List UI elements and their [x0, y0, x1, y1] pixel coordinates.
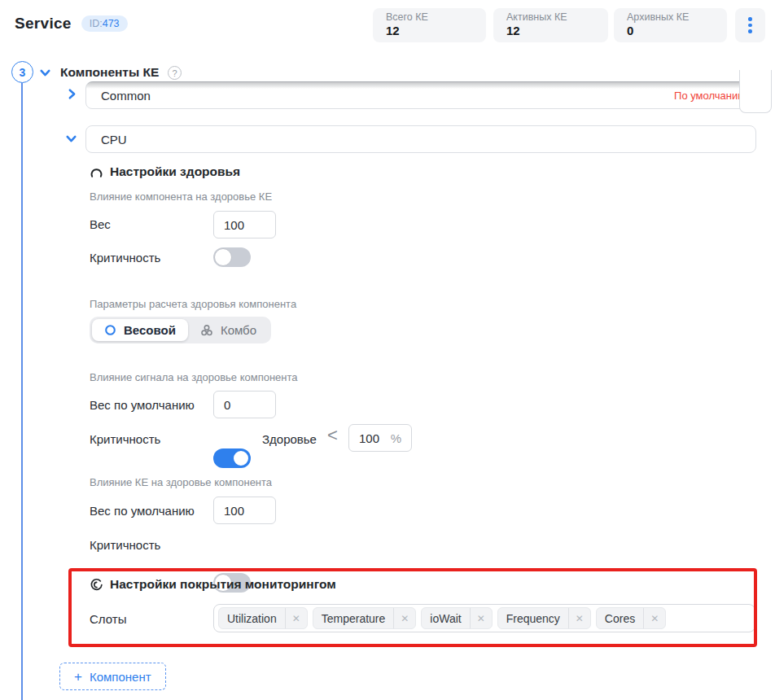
- section-collapse-chevron[interactable]: [38, 66, 52, 80]
- coverage-swirl-icon: [90, 578, 103, 592]
- plus-icon: +: [74, 670, 82, 684]
- stat-value: 0: [627, 24, 714, 39]
- id-badge-value: 473: [103, 18, 120, 29]
- id-badge-label: ID:: [90, 18, 103, 29]
- chevron-down-icon: [38, 66, 52, 80]
- slot-tag: Utilization ✕: [218, 607, 308, 629]
- slots-input-field[interactable]: Utilization ✕ Temperature ✕ ioWait ✕ Fre…: [213, 604, 755, 632]
- less-than-operator: <: [327, 425, 338, 446]
- page-title: Service: [15, 15, 72, 33]
- signal-weight-input[interactable]: [213, 391, 276, 418]
- slot-tag-label: ioWait: [422, 608, 469, 628]
- slot-tag-label: Temperature: [313, 608, 394, 628]
- calc-mode-segmented-control: Весовой Комбо: [90, 317, 271, 343]
- stat-label: Всего КЕ: [386, 11, 473, 24]
- criticality-label: Критичность: [90, 251, 160, 265]
- threshold-value: 100: [359, 431, 379, 445]
- component-cpu-collapse-chevron[interactable]: [64, 132, 78, 146]
- segment-label: Весовой: [124, 323, 176, 337]
- add-component-label: Компонент: [90, 670, 151, 684]
- help-icon[interactable]: ?: [168, 66, 182, 80]
- chevron-down-icon: [64, 132, 78, 146]
- header: Service ID: 473: [15, 15, 128, 33]
- slot-tag: ioWait ✕: [421, 607, 492, 629]
- stat-label: Архивных КЕ: [627, 11, 714, 24]
- chevron-right-icon: [65, 87, 79, 101]
- slot-tag-label: Utilization: [219, 608, 285, 628]
- component-common-expand-chevron[interactable]: [65, 87, 79, 101]
- ke-influence-label: Влияние КЕ на здоровье компонента: [90, 476, 272, 488]
- toggle-knob: [214, 248, 232, 266]
- ke-weight-input[interactable]: [213, 497, 276, 524]
- slot-tag-label: Frequency: [498, 608, 568, 628]
- kebab-menu-button[interactable]: [735, 8, 765, 42]
- weight-label: Вес: [90, 217, 111, 231]
- health-settings-title: Настройки здоровья: [110, 164, 240, 179]
- default-weight-label: Вес по умолчанию: [90, 504, 195, 518]
- slot-tag: Cores ✕: [596, 607, 666, 629]
- add-component-button[interactable]: + Компонент: [59, 663, 166, 690]
- calc-params-label: Параметры расчета здоровья компонента: [90, 298, 296, 310]
- step-number-badge: 3: [11, 61, 33, 83]
- slot-tag: Frequency ✕: [497, 607, 591, 629]
- signal-influence-label: Влияние сигнала на здоровье компонента: [90, 371, 298, 383]
- health-settings-header: Настройки здоровья: [90, 164, 240, 179]
- component-row-cpu[interactable]: CPU: [85, 125, 756, 153]
- criticality-label: Критичность: [90, 538, 160, 552]
- stat-value: 12: [506, 24, 595, 39]
- stat-value: 12: [386, 24, 473, 39]
- remove-tag-icon[interactable]: ✕: [285, 608, 307, 628]
- kebab-vertical-icon: [748, 24, 752, 28]
- combo-cluster-icon: [200, 324, 213, 337]
- health-threshold-label: Здоровье: [262, 432, 317, 446]
- kebab-vertical-icon: [748, 29, 752, 33]
- toggle-knob: [232, 449, 250, 467]
- id-badge: ID: 473: [81, 15, 128, 32]
- stat-card-archived-ke: Архивных КЕ 0: [614, 8, 727, 42]
- slot-tag: Temperature ✕: [313, 607, 417, 629]
- monitoring-settings-header: Настройки покрытия мониторингом: [90, 577, 336, 592]
- segment-combo-mode[interactable]: Комбо: [188, 319, 269, 341]
- section-title: Компоненты КЕ: [60, 65, 159, 80]
- health-arc-icon: [90, 165, 103, 179]
- remove-tag-icon[interactable]: ✕: [643, 608, 665, 628]
- monitoring-settings-title: Настройки покрытия мониторингом: [110, 577, 336, 592]
- stat-label: Активных КЕ: [506, 11, 595, 24]
- component-name: Common: [101, 89, 151, 103]
- stat-card-total-ke: Всего КЕ 12: [373, 8, 486, 42]
- threshold-unit: %: [391, 431, 401, 445]
- remove-tag-icon[interactable]: ✕: [470, 608, 492, 628]
- component-name: CPU: [101, 133, 127, 147]
- clipped-panel-corner: [739, 70, 772, 113]
- segment-label: Комбо: [221, 323, 256, 337]
- segment-weight-mode[interactable]: Весовой: [92, 319, 188, 341]
- criticality-label: Критичность: [90, 432, 160, 446]
- stat-card-active-ke: Активных КЕ 12: [493, 8, 608, 42]
- component-row-common[interactable]: Common По умолчанию: [85, 81, 756, 109]
- signal-criticality-toggle[interactable]: [213, 448, 251, 468]
- slots-label: Слоты: [90, 612, 126, 626]
- criticality-toggle[interactable]: [213, 247, 251, 267]
- remove-tag-icon[interactable]: ✕: [568, 608, 590, 628]
- circle-icon: [104, 324, 116, 336]
- component-influence-label: Влияние компонента на здоровье КЕ: [90, 190, 272, 203]
- section-connector-line: [21, 83, 23, 700]
- remove-tag-icon[interactable]: ✕: [393, 608, 415, 628]
- weight-input[interactable]: [213, 211, 276, 238]
- kebab-vertical-icon: [748, 17, 752, 21]
- default-badge: По умолчанию: [674, 90, 746, 102]
- slot-tag-label: Cores: [597, 608, 643, 628]
- default-weight-label: Вес по умолчанию: [90, 398, 195, 412]
- health-threshold-input[interactable]: 100 %: [348, 424, 412, 452]
- service-page: Service ID: 473 Всего КЕ 12 Активных КЕ …: [0, 0, 775, 700]
